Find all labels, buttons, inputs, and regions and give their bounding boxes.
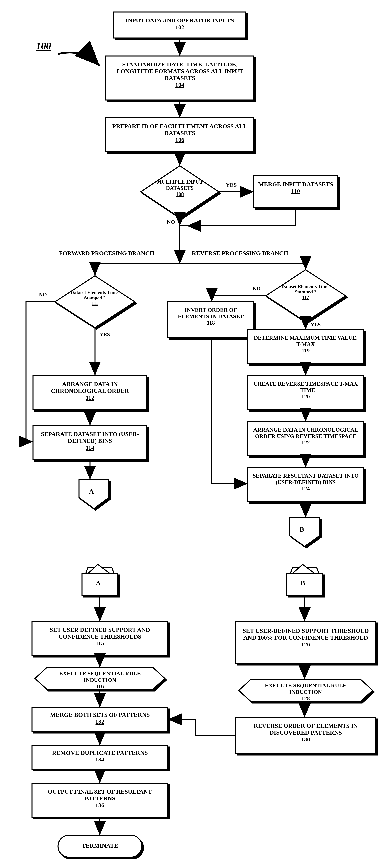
node-117-text: Dataset Elements Time-Stamped ? xyxy=(281,284,330,294)
node-110-ref: 110 xyxy=(291,188,300,194)
node-111-ref: 111 xyxy=(92,301,98,306)
node-126-ref: 126 xyxy=(301,641,310,648)
node-122-ref: 122 xyxy=(301,439,310,445)
node-130-text: REVERSE ORDER OF ELEMENTS IN DISCOVERED … xyxy=(254,722,358,736)
node-114-ref: 114 xyxy=(86,444,94,451)
node-120: CREATE REVERSE TIMESPACE T-MAX – TIME 12… xyxy=(252,381,360,400)
node-110: MERGE INPUT DATASETS 110 xyxy=(258,181,334,194)
node-119: DETERMINE MAXIMUM TIME VALUE, T-MAX 119 xyxy=(252,335,360,354)
node-118-ref: 118 xyxy=(207,319,215,326)
node-119-ref: 119 xyxy=(302,347,310,354)
node-102-ref: 102 xyxy=(175,24,184,30)
node-122: ARRANGE DATA IN CHRONOLOGICAL ORDER USIN… xyxy=(252,427,360,446)
node-111-text: Dataset Elements Time-Stamped ? xyxy=(70,290,119,300)
node-136: OUTPUT FINAL SET OF RESULTANT PATTERNS 1… xyxy=(36,788,164,809)
node-128-ref: 128 xyxy=(301,695,310,701)
node-117: Dataset Elements Time-Stamped ? 117 xyxy=(279,284,333,300)
node-134-text: REMOVE DUPLICATE PATTERNS xyxy=(52,749,148,756)
node-134: REMOVE DUPLICATE PATTERNS 134 xyxy=(36,749,164,763)
node-120-ref: 120 xyxy=(301,394,310,400)
node-104-ref: 104 xyxy=(175,81,184,88)
node-102-text: INPUT DATA AND OPERATOR INPUTS xyxy=(126,17,234,24)
node-130-ref: 130 xyxy=(301,736,310,743)
node-128-text: EXECUTE SEQUENTIAL RULE INDUCTION xyxy=(265,682,347,695)
node-136-text: OUTPUT FINAL SET OF RESULTANT PATTERNS xyxy=(48,788,152,802)
node-116-ref: 116 xyxy=(96,683,104,689)
node-111: Dataset Elements Time-Stamped ? 111 xyxy=(68,290,122,306)
node-118: INVERT ORDER OF ELEMENTS IN DATASET 118 xyxy=(172,307,250,326)
edge-111-yes: YES xyxy=(100,332,110,338)
node-106-text: PREPARE ID OF EACH ELEMENT ACROSS ALL DA… xyxy=(113,123,247,136)
node-117-ref: 117 xyxy=(302,294,309,300)
node-116: EXECUTE SEQUENTIAL RULE INDUCTION 116 xyxy=(46,671,154,689)
node-108: MULTIPLE INPUT DATASETS 108 xyxy=(152,179,208,197)
node-118-text: INVERT ORDER OF ELEMENTS IN DATASET xyxy=(178,307,244,319)
branch-reverse: REVERSE PROCESSING BRANCH xyxy=(192,250,288,256)
branch-forward: FORWARD PROCESING BRANCH xyxy=(59,250,154,256)
node-122-text: ARRANGE DATA IN CHRONOLOGICAL ORDER USIN… xyxy=(253,427,358,439)
edge-108-yes: YES xyxy=(226,182,236,188)
node-115-ref: 115 xyxy=(96,640,104,647)
node-132: MERGE BOTH SETS OF PATTERNS 132 xyxy=(36,711,164,725)
edge-108-no: NO xyxy=(167,219,175,225)
node-110-text: MERGE INPUT DATASETS xyxy=(258,181,333,187)
node-114: SEPARATE DATASET INTO (USER-DEFINED) BIN… xyxy=(37,431,143,451)
node-115-text: SET USER DEFINED SUPPORT AND CONFIDENCE … xyxy=(50,626,150,640)
node-102: INPUT DATA AND OPERATOR INPUTS 102 xyxy=(118,17,242,31)
node-108-ref: 108 xyxy=(176,191,184,197)
node-126: SET USER-DEFINED SUPPORT THRESHOLD AND 1… xyxy=(240,627,372,648)
node-terminate: TERMINATE xyxy=(60,842,140,849)
connector-B-out: B xyxy=(300,526,304,533)
node-116-text: EXECUTE SEQUENTIAL RULE INDUCTION xyxy=(59,671,141,683)
node-130: REVERSE ORDER OF ELEMENTS IN DISCOVERED … xyxy=(240,722,372,743)
node-120-text: CREATE REVERSE TIMESPACE T-MAX – TIME xyxy=(253,381,358,393)
edge-117-yes: YES xyxy=(311,322,321,328)
node-112-text: ARRANGE DATA IN CHRONOLOGICAL ORDER xyxy=(51,381,129,394)
node-106: PREPARE ID OF EACH ELEMENT ACROSS ALL DA… xyxy=(111,123,249,143)
node-128: EXECUTE SEQUENTIAL RULE INDUCTION 128 xyxy=(250,682,362,702)
node-132-ref: 132 xyxy=(96,718,104,725)
figure-label: 100 xyxy=(36,40,51,52)
node-124-ref: 124 xyxy=(301,485,310,492)
node-132-text: MERGE BOTH SETS OF PATTERNS xyxy=(50,711,150,718)
node-134-ref: 134 xyxy=(96,756,104,763)
node-112: ARRANGE DATA IN CHRONOLOGICAL ORDER 112 xyxy=(37,381,143,401)
edge-111-no: NO xyxy=(39,292,47,298)
flowchart-canvas: 100 INPUT DATA AND OPERATOR INPUTS 102 S… xyxy=(0,0,385,868)
node-106-ref: 106 xyxy=(175,136,184,143)
node-104: STANDARDIZE DATE, TIME, LATITUDE, LONGIT… xyxy=(111,61,249,88)
node-104-text: STANDARDIZE DATE, TIME, LATITUDE, LONGIT… xyxy=(117,61,243,81)
node-124-text: SEPARATE RESULTANT DATASET INTO (USER-DE… xyxy=(253,472,359,485)
edge-117-no: NO xyxy=(253,286,260,292)
node-112-ref: 112 xyxy=(86,394,94,401)
node-114-text: SEPARATE DATASET INTO (USER-DEFINED) BIN… xyxy=(41,431,139,444)
node-119-text: DETERMINE MAXIMUM TIME VALUE, T-MAX xyxy=(254,335,358,347)
node-115: SET USER DEFINED SUPPORT AND CONFIDENCE … xyxy=(36,626,164,647)
node-108-text: MULTIPLE INPUT DATASETS xyxy=(157,179,203,191)
node-124: SEPARATE RESULTANT DATASET INTO (USER-DE… xyxy=(252,472,360,492)
connector-A-in: A xyxy=(96,580,101,587)
connector-A-out: A xyxy=(89,488,94,495)
node-126-text: SET USER-DEFINED SUPPORT THRESHOLD AND 1… xyxy=(243,627,369,641)
node-136-ref: 136 xyxy=(96,802,104,808)
connector-B-in: B xyxy=(301,580,305,587)
